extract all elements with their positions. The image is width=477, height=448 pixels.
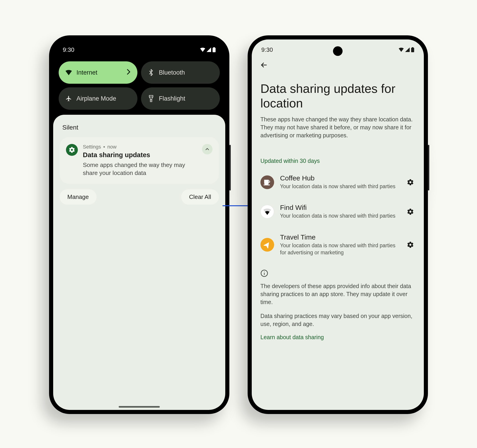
- bluetooth-icon: [148, 69, 154, 76]
- settings-app-icon: [66, 144, 78, 156]
- home-indicator[interactable]: [119, 406, 160, 408]
- two-phone-diagram: 9:30 Internet: [49, 35, 428, 414]
- svg-rect-4: [411, 48, 414, 52]
- svg-point-3: [151, 100, 151, 100]
- silent-section-label: Silent: [62, 124, 219, 131]
- gear-icon: [407, 208, 414, 215]
- wifi-icon: [200, 47, 205, 52]
- phone-data-sharing-details: 9:30 Data sharing updates for location T…: [248, 35, 428, 414]
- notification-title: Data sharing updates: [83, 151, 197, 159]
- gear-icon: [407, 179, 414, 186]
- notification-card[interactable]: Settings • now Data sharing updates Some…: [60, 137, 219, 184]
- status-icons: [200, 47, 216, 52]
- status-time: 9:30: [261, 46, 273, 53]
- coffee-hub-app-icon: [260, 175, 274, 189]
- qs-tile-airplane[interactable]: Airplane Mode: [59, 87, 137, 110]
- chevron-right-icon: [126, 69, 131, 77]
- status-bar: 9:30: [53, 40, 225, 56]
- app-desc: Your location data is now shared with th…: [280, 183, 400, 190]
- arrow-left-icon: [260, 61, 268, 69]
- qs-tile-flashlight[interactable]: Flashlight: [141, 87, 220, 110]
- app-name: Find Wifi: [280, 204, 400, 212]
- quick-settings-panel: Internet Bluetooth: [53, 56, 225, 110]
- qs-tile-internet[interactable]: Internet: [59, 61, 137, 84]
- app-settings-button[interactable]: [405, 240, 415, 250]
- info-icon: [260, 269, 415, 278]
- qs-label: Flashlight: [159, 95, 185, 102]
- collapse-button[interactable]: [202, 144, 213, 154]
- manage-button[interactable]: Manage: [60, 189, 96, 205]
- qs-label: Bluetooth: [159, 69, 185, 76]
- back-button[interactable]: [259, 60, 269, 70]
- app-desc: Your location data is now shared with th…: [280, 212, 400, 219]
- svg-rect-1: [213, 47, 215, 48]
- app-name: Travel Time: [280, 233, 400, 241]
- svg-point-9: [264, 271, 265, 272]
- info-paragraph-2: Data sharing practices may vary based on…: [260, 312, 415, 328]
- find-wifi-app-icon: [260, 205, 274, 218]
- battery-icon: [213, 47, 216, 52]
- app-desc: Your location data is now shared with th…: [280, 242, 400, 256]
- notification-shade: Silent Settings • now Data sharing updat…: [53, 115, 225, 410]
- status-icons: [399, 47, 414, 52]
- app-settings-button[interactable]: [405, 207, 415, 217]
- battery-icon: [411, 47, 414, 52]
- wifi-icon: [399, 47, 404, 52]
- notification-body: Some apps changed the way they may share…: [83, 161, 197, 177]
- app-row-find-wifi[interactable]: Find Wifi Your location data is now shar…: [260, 197, 415, 226]
- qs-tile-bluetooth[interactable]: Bluetooth: [141, 61, 220, 84]
- page-title: Data sharing updates for location: [260, 82, 415, 110]
- info-paragraph-1: The developers of these apps provided in…: [260, 282, 415, 306]
- notification-app-name: Settings: [83, 144, 101, 150]
- gear-icon: [407, 241, 414, 248]
- wifi-icon: [66, 69, 72, 76]
- svg-rect-2: [149, 95, 153, 97]
- svg-rect-5: [412, 47, 414, 48]
- notification-time: now: [107, 144, 116, 150]
- page-subtitle: These apps have changed the way they sha…: [260, 115, 415, 139]
- status-time: 9:30: [63, 46, 74, 53]
- signal-icon: [405, 47, 410, 52]
- phone-notification-shade: 9:30 Internet: [49, 35, 229, 414]
- flashlight-icon: [148, 95, 154, 102]
- updated-section-label: Updated within 30 days: [260, 158, 415, 164]
- app-row-coffee-hub[interactable]: Coffee Hub Your location data is now sha…: [260, 167, 415, 197]
- qs-label: Internet: [77, 69, 97, 76]
- travel-time-app-icon: [260, 238, 274, 252]
- app-name: Coffee Hub: [280, 174, 400, 182]
- chevron-up-icon: [205, 148, 209, 151]
- clear-all-button[interactable]: Clear All: [181, 189, 219, 205]
- app-settings-button[interactable]: [405, 177, 415, 187]
- signal-icon: [207, 47, 211, 52]
- learn-link[interactable]: Learn about data sharing: [260, 334, 415, 341]
- qs-label: Airplane Mode: [77, 95, 116, 102]
- svg-rect-6: [264, 184, 270, 185]
- svg-rect-0: [213, 48, 215, 52]
- app-row-travel-time[interactable]: Travel Time Your location data is now sh…: [260, 226, 415, 263]
- airplane-icon: [66, 95, 72, 102]
